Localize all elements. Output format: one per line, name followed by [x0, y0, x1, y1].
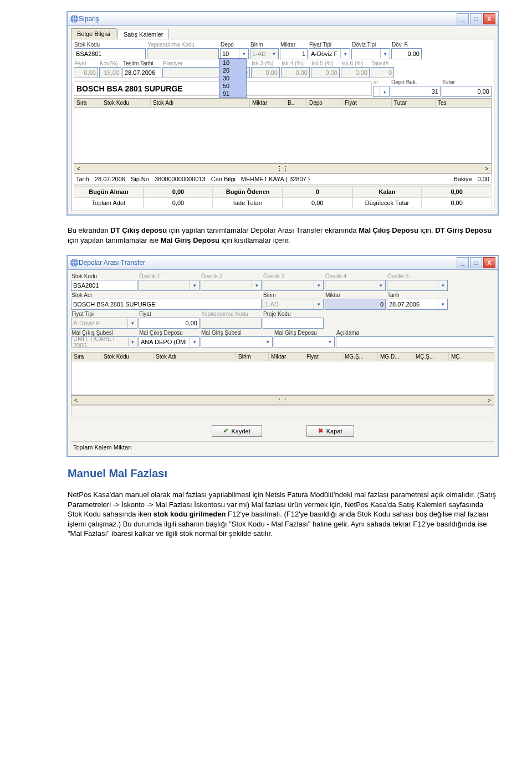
tab-satis-kalemler[interactable]: Satış Kalemler	[117, 29, 170, 39]
mgiris-sube-label: Mal Giriş Şubesi	[201, 330, 273, 336]
isk6-input: 0,00	[341, 67, 370, 78]
col-header[interactable]: MG.D...	[378, 352, 413, 361]
proje-input[interactable]	[263, 318, 324, 329]
col-header[interactable]: MÇ.	[449, 352, 473, 361]
fiyat-label: Fiyat	[74, 60, 98, 67]
isk4-label: Isk.4 (%)	[281, 60, 310, 67]
fiyat-tipi-label: Fiyat Tipi	[309, 42, 350, 48]
col-header[interactable]: B..	[285, 99, 307, 107]
chevron-down-icon: ▾	[239, 49, 248, 58]
col-header[interactable]: Depo	[307, 99, 342, 107]
depo-option[interactable]: 10	[219, 59, 246, 67]
fiyat-tipi-select[interactable]: A-Döviz F▾	[309, 48, 350, 59]
scroll-right-icon[interactable]: >	[485, 397, 494, 403]
teslim-input[interactable]: 28.07.2006	[122, 67, 161, 78]
plasiyer-input	[162, 67, 220, 78]
tab-belge-bilgisi[interactable]: Belge Bilgisi	[71, 28, 116, 39]
col-header[interactable]: Fiyat	[342, 99, 392, 107]
doviz-tipi-select[interactable]: ▾	[351, 48, 390, 59]
fiyat-tipi-label: Fiyat Tipi	[71, 311, 137, 318]
kaydet-button[interactable]: ✔Kaydet	[212, 425, 262, 437]
kdv-input: 18,00	[99, 67, 121, 78]
stok-kodu-input[interactable]: BSA2801	[71, 280, 137, 291]
isk3-input: 0,00	[251, 67, 280, 78]
depo-bak-value: 31	[391, 86, 441, 97]
oz4-label: Özellik 4	[325, 273, 386, 280]
col-header[interactable]: Miktar	[250, 99, 285, 107]
depo-option[interactable]: 30	[219, 74, 246, 82]
col-header[interactable]: Fiyat	[304, 352, 342, 361]
maximize-button[interactable]: □	[470, 257, 482, 268]
bakiye-value: 0,00	[478, 176, 489, 182]
scroll-left-icon[interactable]: <	[74, 166, 83, 172]
close-button[interactable]: X	[483, 257, 495, 268]
horizontal-scrollbar[interactable]: <⋮⋮>	[71, 395, 494, 405]
depo-option[interactable]: 91	[219, 90, 246, 98]
depo-option[interactable]: 50	[219, 82, 246, 90]
col-header[interactable]: Birim	[236, 352, 269, 361]
kalan-value: 0,00	[422, 186, 492, 197]
col-header[interactable]: Sıra	[74, 99, 101, 107]
close-icon: ✖	[318, 427, 323, 434]
col-header[interactable]: Miktar	[269, 352, 304, 361]
maximize-button[interactable]: □	[470, 13, 482, 24]
close-button[interactable]: X	[483, 13, 495, 24]
tutar-value: 0,00	[442, 86, 492, 97]
col-header[interactable]: Stok Kodu	[101, 352, 154, 361]
col-header[interactable]: Stok Adı	[151, 99, 250, 107]
taksit-input: 0	[371, 67, 394, 78]
paragraph-2: NetPos Kasa'dan manuel olarak mal fazlas…	[68, 490, 498, 539]
items-grid[interactable]: Sıra Stok Kodu Stok Adı Miktar B.. Depo …	[74, 98, 492, 163]
yap-kodu-label: Yapılandırma Kodu	[201, 311, 262, 318]
birim-label: Birim	[250, 42, 279, 48]
stok-kodu-input[interactable]: BSA2801	[74, 48, 146, 59]
stok-adi-label: Stok Adı	[71, 292, 262, 299]
col-header[interactable]: Stok Adı	[154, 352, 236, 361]
status-area	[71, 405, 494, 417]
col-header[interactable]: MÇ.Ş...	[413, 352, 449, 361]
depo-dropdown[interactable]: 10 20 30 50 91	[219, 58, 247, 98]
fiyat-label: Fiyat	[139, 311, 200, 318]
depo-select[interactable]: 10▾	[220, 48, 249, 59]
toplam-adet-label: Toplam Adet	[74, 197, 144, 208]
doviz-tipi-label: Döviz Tipi	[351, 42, 390, 48]
stok-adi-input[interactable]: BOSCH BSA 2801 SUPURGE	[71, 299, 262, 310]
window-title: Sipariş	[79, 15, 457, 23]
fiyat-input[interactable]: 0,00	[139, 318, 200, 329]
minimize-button[interactable]: _	[457, 13, 469, 24]
aciklama-input[interactable]	[336, 336, 494, 347]
oz3-select: ▾	[263, 280, 324, 291]
horizontal-scrollbar[interactable]: <⋮⋮>	[74, 163, 492, 173]
col-header[interactable]: MG.Ş...	[342, 352, 378, 361]
tarih-value: 28.07.2006	[95, 176, 125, 182]
scroll-left-icon[interactable]: <	[71, 397, 80, 403]
titlebar[interactable]: Depolar Arası Transfer _ □ X	[68, 256, 498, 270]
mcikis-depo-select[interactable]: ANA DEPO (ÜMİ▾	[139, 336, 200, 347]
miktar-input[interactable]: 0	[325, 299, 386, 310]
depo-option[interactable]: 20	[219, 67, 246, 74]
app-icon	[70, 14, 79, 23]
col-header[interactable]: Tutar	[392, 99, 436, 107]
stok-kodu-label: Stok Kodu	[74, 42, 146, 48]
isk4-input: 0,00	[281, 67, 310, 78]
check-icon: ✔	[223, 427, 228, 434]
dus-value: 0,00	[422, 197, 492, 208]
isk5-input: 0,00	[311, 67, 340, 78]
mgiris-depo-select[interactable]: ▾	[274, 336, 335, 347]
iade-label: İade Tutarı	[213, 197, 283, 208]
miktar-input[interactable]: 1	[280, 48, 308, 59]
tarih-input[interactable]: 28.07.2006▾	[387, 299, 448, 310]
ar-spinner[interactable]: ▴	[373, 86, 390, 97]
tutar-label: Tutar	[442, 79, 492, 86]
dov-f-input[interactable]: 0,00	[391, 48, 422, 59]
col-header[interactable]: Sıra	[71, 352, 101, 361]
scroll-right-icon[interactable]: >	[482, 166, 491, 172]
col-header[interactable]: Stok Kodu	[101, 99, 151, 107]
transfer-grid[interactable]: Sıra Stok Kodu Stok Adı Birim Miktar Fiy…	[71, 352, 494, 395]
kapat-button[interactable]: ✖Kapat	[306, 425, 354, 437]
oz3-label: Özellik 3	[263, 273, 324, 280]
col-header[interactable]: Tes	[436, 99, 457, 107]
mgiris-sube-select[interactable]: ▾	[201, 336, 273, 347]
minimize-button[interactable]: _	[457, 257, 469, 268]
titlebar[interactable]: Sipariş _ □ X	[68, 12, 498, 26]
